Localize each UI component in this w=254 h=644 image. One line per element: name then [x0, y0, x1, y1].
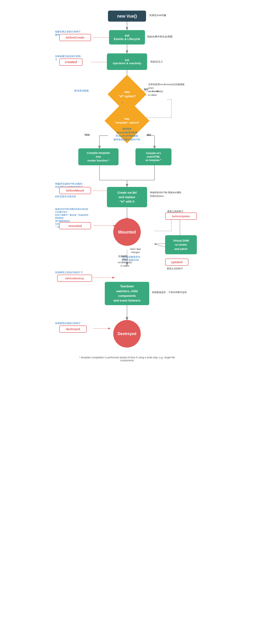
has-template-label: Has "template" option?: [114, 117, 139, 124]
virtual-dom-node: Virtual DOM re-render and patch: [165, 235, 197, 254]
new-vue-label: new Vue(): [117, 14, 137, 19]
no-template-label: NO: [147, 133, 151, 137]
new-vue-node: new Vue(): [108, 10, 146, 22]
compile-outer-node: Compile el's outerHTML as template *: [135, 148, 171, 165]
teardown-label: Teardown watchers, child components and …: [114, 284, 141, 303]
yes-template-label: YES: [84, 133, 90, 137]
mounted-hook: mounted: [59, 222, 91, 229]
init-inject-note: 初始化注入: [150, 60, 163, 64]
updated-hook: updated: [165, 258, 188, 266]
mounted-circle: Mounted: [113, 218, 141, 246]
destroyed-circle: Destroyed: [113, 320, 141, 348]
destroyed-note: 实例销毁完成执行的钩子: [55, 322, 89, 325]
destroyed-hook: destroyed: [59, 326, 87, 333]
create-vm-note: 将编译好的HTML替换掉el属性 所指向的dom: [150, 191, 188, 198]
has-el-label: Has "el" option?: [119, 90, 135, 98]
when-data-label: when data changes: [125, 248, 146, 254]
no-el-note: 没有则使用vm.$mount()去挂载模板 when vm.$mount(el)…: [148, 83, 186, 97]
created-hook: created: [59, 58, 83, 66]
teardown-node: Teardown watchers, child components and …: [105, 282, 149, 305]
compile-outer-label: Compile el's outerHTML as template *: [146, 152, 161, 162]
new-vue-note: 实例化Vue对象: [149, 14, 166, 17]
init-events-node: Init Events & Lifecycle: [109, 30, 145, 44]
virtual-dom-label: Virtual DOM re-render and patch: [173, 238, 189, 251]
before-create-hook: beforeCreate: [59, 34, 91, 41]
compile-template-label: Compile template into render function *: [87, 151, 110, 163]
updated-note: 更新之后的钩子: [167, 267, 190, 270]
footnote: * template compilation is performed ahea…: [74, 356, 180, 362]
lifecycle-diagram: new Vue() 实例化Vue对象 Init Events & Lifecyc…: [53, 4, 201, 640]
init-inject-node: Init injections & reactivity: [107, 54, 147, 70]
init-events-label: Init Events & Lifecycle: [114, 34, 140, 41]
create-vm-label: Create vm.$el and replace "el" with it: [117, 190, 137, 204]
create-vm-node: Create vm.$el and replace "el" with it: [107, 187, 147, 207]
compile-note: 编译模板 把data对象里的数据 和vue语法声明的模板 编译成浏览器可读的HT…: [109, 127, 145, 141]
before-update-hook: beforeUpdate: [165, 212, 197, 220]
compile-template-node: Compile template into render function *: [78, 148, 119, 165]
has-el-note: 有没有el选项: [74, 89, 89, 92]
init-inject-label: Init injections & reactivity: [113, 58, 141, 65]
destroy-note2: when vm.$destroy() is called: [115, 258, 134, 268]
no-el-label: NO: [144, 88, 148, 91]
init-events-note: 初始化事件和生命周期: [147, 35, 173, 38]
before-destroy-note: 实例销毁之前执行的钩子子: [55, 271, 89, 274]
before-destroy-hook: beforeDestroy: [57, 275, 92, 282]
teardown-note: 拆除数据监听，子组件和事件监听: [152, 291, 194, 294]
before-mount-note2: 此时页面并没有内容: [55, 195, 89, 198]
before-mount-hook: beforeMount: [59, 187, 91, 194]
